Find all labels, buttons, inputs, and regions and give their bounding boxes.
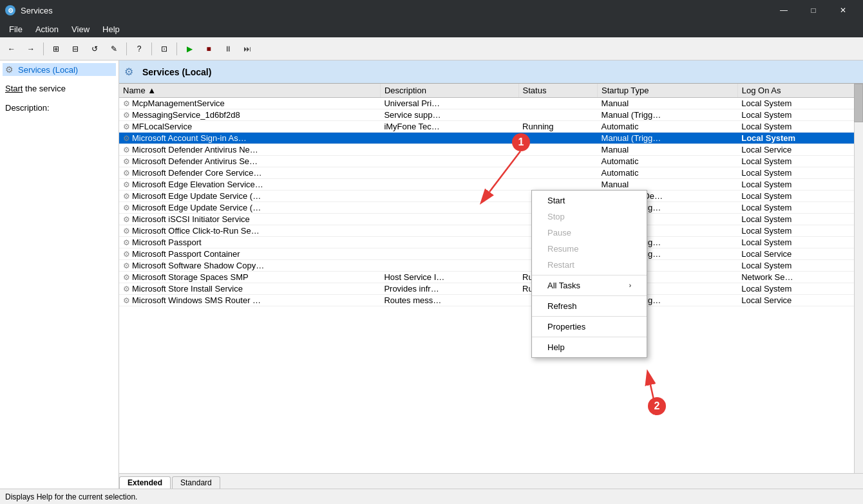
table-row[interactable]: ⚙Microsoft PassportManual (Trigg…Local S…	[119, 237, 863, 248]
cell-logon: Local Service	[737, 248, 862, 260]
toolbar-help[interactable]: ?	[130, 41, 148, 57]
minimize-button[interactable]: —	[769, 0, 799, 21]
table-row[interactable]: ⚙Microsoft iSCSI Initiator ServiceManual…	[119, 214, 863, 225]
cell-name: ⚙Microsoft Account Sign-in As…	[119, 133, 380, 144]
toolbar-refresh[interactable]: ↺	[86, 41, 104, 57]
ctx-help[interactable]: Help	[532, 339, 647, 355]
table-row[interactable]: ⚙Microsoft Defender Core Service…Automat…	[119, 167, 863, 179]
restore-button[interactable]: □	[799, 0, 828, 21]
start-link[interactable]: Start	[5, 84, 23, 93]
row-icon: ⚙	[123, 296, 130, 305]
cell-logon: Local System	[737, 179, 862, 191]
toolbar-down[interactable]: ⊟	[66, 41, 84, 57]
table-row[interactable]: ⚙MessagingService_1d6bf2d8Service supp…M…	[119, 109, 863, 121]
table-row[interactable]: ⚙Microsoft Edge Update Service (…Automat…	[119, 191, 863, 202]
table-row[interactable]: ⚙Microsoft Edge Update Service (…Manual …	[119, 202, 863, 214]
cell-logon: Local System	[737, 121, 862, 133]
table-row[interactable]: ⚙Microsoft Windows SMS Router …Routes me…	[119, 295, 863, 306]
cell-description: Host Service I…	[380, 272, 518, 283]
cell-description	[380, 248, 518, 260]
scrollbar-track[interactable]	[854, 84, 863, 473]
toolbar-stop[interactable]: ■	[200, 41, 218, 57]
cell-status	[518, 167, 598, 179]
ctx-start[interactable]: Start	[532, 192, 647, 209]
col-status[interactable]: Status	[518, 84, 598, 98]
status-bar: Displays Help for the current selection.	[0, 489, 863, 504]
table-row[interactable]: ⚙Microsoft Defender Antivirus Ne…ManualL…	[119, 144, 863, 156]
cell-startup: Manual (Trigg…	[598, 109, 738, 121]
table-row[interactable]: ⚙Microsoft Office Click-to-Run Se…Automa…	[119, 225, 863, 237]
toolbar-play[interactable]: ▶	[180, 41, 198, 57]
toolbar-back[interactable]: ←	[3, 41, 21, 57]
table-row[interactable]: ⚙Microsoft Passport ContainerManual (Tri…	[119, 248, 863, 260]
table-row[interactable]: ⚙Microsoft Account Sign-in As…Manual (Tr…	[119, 133, 863, 144]
col-startup[interactable]: Startup Type	[598, 84, 738, 98]
cell-description	[380, 156, 518, 167]
table-row[interactable]: ⚙Microsoft Edge Elevation Service…Manual…	[119, 179, 863, 191]
menu-help[interactable]: Help	[96, 23, 126, 35]
ctx-sep-4	[532, 337, 647, 337]
cell-startup: Manual	[598, 179, 738, 191]
right-panel: ⚙ Services (Local) Name ▲ Description St…	[119, 61, 863, 489]
cell-name: ⚙Microsoft Defender Core Service…	[119, 167, 380, 179]
ctx-all-tasks[interactable]: All Tasks ›	[532, 277, 647, 294]
sidebar-item-services-local[interactable]: ⚙ Services (Local)	[3, 63, 116, 76]
panel-header: ⚙ Services (Local)	[119, 61, 863, 84]
toolbar-pause[interactable]: ⏸	[219, 41, 237, 57]
cell-description: Service supp…	[380, 109, 518, 121]
cell-description: iMyFone Tec…	[380, 121, 518, 133]
row-icon: ⚙	[123, 250, 130, 259]
close-button[interactable]: ✕	[828, 0, 858, 21]
table-row[interactable]: ⚙Microsoft Defender Antivirus Se…Automat…	[119, 156, 863, 167]
cell-status	[518, 156, 598, 167]
cell-name: ⚙McpManagementService	[119, 98, 380, 109]
ctx-all-tasks-arrow: ›	[629, 282, 631, 289]
cell-name: ⚙Microsoft Software Shadow Copy…	[119, 260, 380, 272]
table-row[interactable]: ⚙Microsoft Store Install ServiceProvides…	[119, 283, 863, 295]
scrollbar-thumb[interactable]	[854, 84, 863, 122]
cell-name: ⚙Microsoft Edge Update Service (…	[119, 191, 380, 202]
ctx-sep-3	[532, 316, 647, 317]
cell-logon: Local System	[737, 156, 862, 167]
col-name[interactable]: Name ▲	[119, 84, 380, 98]
ctx-resume: Resume	[532, 241, 647, 257]
toolbar-skip[interactable]: ⏭	[238, 41, 256, 57]
table-row[interactable]: ⚙McpManagementServiceUniversal Pri…Manua…	[119, 98, 863, 109]
row-icon: ⚙	[123, 227, 130, 236]
toolbar-forward[interactable]: →	[22, 41, 40, 57]
row-icon: ⚙	[123, 157, 130, 166]
ctx-properties[interactable]: Properties	[532, 319, 647, 335]
toolbar-console[interactable]: ⊡	[155, 41, 173, 57]
panel-header-icon: ⚙	[124, 66, 137, 79]
sidebar-description-area: Start the service Description:	[3, 76, 116, 115]
menu-action[interactable]: Action	[29, 23, 65, 35]
cell-name: ⚙Microsoft Defender Antivirus Ne…	[119, 144, 380, 156]
cell-description	[380, 202, 518, 214]
table-row[interactable]: ⚙Microsoft Software Shadow Copy…ManualLo…	[119, 260, 863, 272]
row-icon: ⚙	[123, 238, 130, 247]
table-row[interactable]: ⚙Microsoft Storage Spaces SMPHost Servic…	[119, 272, 863, 283]
cell-status: Running	[518, 121, 598, 133]
tab-standard[interactable]: Standard	[172, 476, 220, 489]
cell-startup: Manual	[598, 98, 738, 109]
menu-file[interactable]: File	[3, 23, 29, 35]
cell-description	[380, 144, 518, 156]
sidebar: ⚙ Services (Local) Start the service Des…	[0, 61, 119, 489]
table-row[interactable]: ⚙MFLocalServiceiMyFone Tec…RunningAutoma…	[119, 121, 863, 133]
row-icon: ⚙	[123, 145, 130, 154]
toolbar-export[interactable]: ✎	[105, 41, 123, 57]
col-logon[interactable]: Log On As	[737, 84, 862, 98]
cell-name: ⚙Microsoft Store Install Service	[119, 283, 380, 295]
menu-view[interactable]: View	[65, 23, 96, 35]
cell-name: ⚙Microsoft Windows SMS Router …	[119, 295, 380, 306]
row-icon: ⚙	[123, 203, 130, 212]
col-description[interactable]: Description	[380, 84, 518, 98]
cell-status	[518, 98, 598, 109]
cell-description: Routes mess…	[380, 295, 518, 306]
cell-name: ⚙Microsoft Office Click-to-Run Se…	[119, 225, 380, 237]
toolbar-up[interactable]: ⊞	[47, 41, 65, 57]
ctx-refresh[interactable]: Refresh	[532, 298, 647, 314]
cell-logon: Local System	[737, 191, 862, 202]
cell-description	[380, 214, 518, 225]
tab-extended[interactable]: Extended	[119, 476, 171, 489]
